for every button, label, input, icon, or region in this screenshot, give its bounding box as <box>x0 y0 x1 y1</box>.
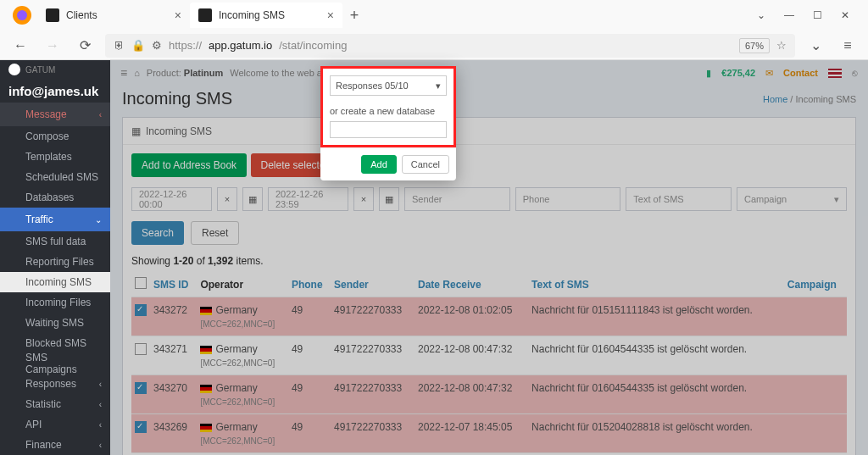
add-to-address-book-modal: Responses 05/10 ▾ or create a new databa… <box>320 66 456 180</box>
nav-icon <box>8 109 19 119</box>
nav-icon <box>8 297 19 308</box>
sidebar-item-label: SMS Campaigns <box>25 352 102 375</box>
nav-icon <box>8 172 19 182</box>
close-window-icon[interactable]: ✕ <box>841 9 849 21</box>
sidebar: GATUM info@james.uk Message‹ComposeTempl… <box>0 60 110 455</box>
url-host: app.gatum.io <box>209 39 272 52</box>
sidebar-item-label: Finance <box>25 439 62 451</box>
sidebar-item-databases[interactable]: Databases <box>0 187 110 208</box>
firefox-logo-icon <box>12 5 32 25</box>
back-button[interactable]: ← <box>8 34 32 58</box>
sidebar-item-label: Waiting SMS <box>25 317 84 329</box>
sidebar-item-sms-campaigns[interactable]: SMS Campaigns <box>0 353 110 374</box>
database-select[interactable]: Responses 05/10 ▾ <box>330 75 447 96</box>
sidebar-item-label: Incoming SMS <box>25 276 92 288</box>
zoom-level[interactable]: 67% <box>739 38 770 53</box>
nav-icon <box>8 318 19 328</box>
minimize-icon[interactable]: — <box>784 9 794 21</box>
browser-chrome: Clients × Incoming SMS × + ⌄ — ☐ ✕ ← → ⟳… <box>0 0 868 60</box>
chevron-icon: ‹ <box>99 400 102 409</box>
url-prefix: https:// <box>169 39 202 52</box>
forward-button[interactable]: → <box>41 34 64 58</box>
nav-icon <box>8 358 19 369</box>
nav-icon <box>8 419 19 430</box>
tab-favicon-icon <box>198 8 212 22</box>
sidebar-item-label: Statistic <box>25 398 61 410</box>
main-area: ≡ ⌂ Product: Platinum Welcome to the web… <box>110 60 868 455</box>
chevron-icon: ⌄ <box>95 215 102 225</box>
tab-favicon-icon <box>46 8 59 22</box>
sidebar-item-sms-full-data[interactable]: SMS full data <box>0 231 110 252</box>
sidebar-item-blocked-sms[interactable]: Blocked SMS <box>0 333 110 353</box>
tab-label: Incoming SMS <box>219 9 285 21</box>
brand-name: GATUM <box>25 65 55 75</box>
nav-icon <box>8 379 19 389</box>
sidebar-item-label: Incoming Files <box>25 297 91 308</box>
modal-overlay[interactable] <box>110 60 868 455</box>
tab-incoming-sms[interactable]: Incoming SMS × <box>190 3 342 28</box>
database-select-value: Responses 05/10 <box>336 80 409 91</box>
sidebar-item-label: Blocked SMS <box>25 337 86 349</box>
sidebar-item-label: Compose <box>25 130 69 142</box>
star-icon[interactable]: ☆ <box>776 39 787 52</box>
sidebar-item-label: Templates <box>25 151 72 163</box>
nav-icon <box>8 440 19 450</box>
sidebar-item-api[interactable]: API‹ <box>0 414 110 435</box>
address-bar[interactable]: ⛨ 🔒 ⚙ https://app.gatum.io/stat/incoming… <box>105 34 795 58</box>
sidebar-item-scheduled-sms[interactable]: Scheduled SMS <box>0 167 110 187</box>
close-icon[interactable]: × <box>327 8 334 22</box>
lock-icon: 🔒 <box>131 39 145 52</box>
brand: GATUM <box>0 60 110 80</box>
menu-icon[interactable]: ≡ <box>836 34 860 58</box>
nav-icon <box>8 236 19 247</box>
nav-icon <box>8 214 19 225</box>
sidebar-item-label: Message <box>25 108 67 120</box>
pocket-icon[interactable]: ⌄ <box>804 34 827 58</box>
new-tab-button[interactable]: + <box>342 3 366 27</box>
nav-icon <box>8 192 19 203</box>
sidebar-item-label: Responses <box>25 378 76 390</box>
sidebar-item-reporting-files[interactable]: Reporting Files <box>0 252 110 272</box>
chevron-down-icon[interactable]: ⌄ <box>757 9 765 21</box>
sidebar-item-incoming-files[interactable]: Incoming Files <box>0 292 110 313</box>
sidebar-item-templates[interactable]: Templates <box>0 147 110 167</box>
brand-logo-icon <box>8 64 20 75</box>
user-email: info@james.uk <box>0 80 110 103</box>
nav-icon <box>8 277 19 287</box>
sidebar-item-message[interactable]: Message‹ <box>0 103 110 126</box>
reload-button[interactable]: ⟳ <box>73 34 97 58</box>
tab-label: Clients <box>66 9 97 21</box>
nav-icon <box>8 152 19 162</box>
chevron-down-icon: ▾ <box>436 80 441 92</box>
maximize-icon[interactable]: ☐ <box>813 9 822 21</box>
permissions-icon: ⚙ <box>152 39 162 52</box>
sidebar-item-waiting-sms[interactable]: Waiting SMS <box>0 313 110 333</box>
modal-cancel-button[interactable]: Cancel <box>402 155 449 174</box>
nav-icon <box>8 399 19 409</box>
chevron-icon: ‹ <box>99 110 102 119</box>
sidebar-item-label: API <box>25 419 42 430</box>
sidebar-item-compose[interactable]: Compose <box>0 126 110 147</box>
sidebar-item-label: Scheduled SMS <box>25 171 98 183</box>
close-icon[interactable]: × <box>175 8 181 22</box>
nav-icon <box>8 338 19 348</box>
svg-point-1 <box>17 10 27 20</box>
new-database-input[interactable] <box>330 121 447 138</box>
chevron-icon: ‹ <box>99 380 102 389</box>
chevron-icon: ‹ <box>99 420 102 430</box>
sidebar-item-statistic[interactable]: Statistic‹ <box>0 394 110 414</box>
tab-clients[interactable]: Clients × <box>37 3 190 28</box>
sidebar-item-label: SMS full data <box>25 236 86 247</box>
sidebar-item-label: Reporting Files <box>25 256 94 268</box>
url-path: /stat/incoming <box>279 39 347 52</box>
shield-icon: ⛨ <box>114 39 125 52</box>
sidebar-item-traffic[interactable]: Traffic⌄ <box>0 208 110 231</box>
sidebar-item-responses[interactable]: Responses‹ <box>0 374 110 394</box>
nav-icon <box>8 131 19 141</box>
sidebar-item-label: Traffic <box>25 214 53 225</box>
sidebar-item-label: Databases <box>25 191 74 203</box>
or-create-label: or create a new database <box>330 106 447 116</box>
sidebar-item-finance[interactable]: Finance‹ <box>0 435 110 455</box>
sidebar-item-incoming-sms[interactable]: Incoming SMS <box>0 272 110 292</box>
modal-add-button[interactable]: Add <box>361 155 397 174</box>
